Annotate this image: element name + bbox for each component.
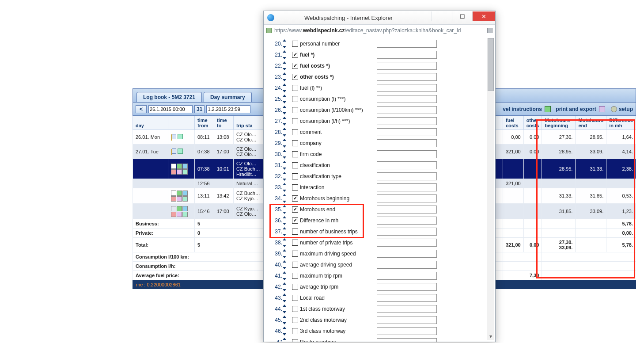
option-checkbox[interactable] <box>292 118 298 124</box>
reorder-arrows-icon[interactable] <box>282 238 288 247</box>
option-value-input[interactable] <box>377 283 437 291</box>
option-value-input[interactable] <box>377 161 437 169</box>
option-checkbox[interactable] <box>292 295 298 301</box>
option-checkbox[interactable] <box>292 206 298 213</box>
option-checkbox[interactable] <box>292 52 298 58</box>
option-value-input[interactable] <box>377 294 437 302</box>
reorder-arrows-icon[interactable] <box>282 183 288 192</box>
reorder-arrows-icon[interactable] <box>282 117 288 126</box>
option-value-input[interactable] <box>377 95 437 103</box>
option-value-input[interactable] <box>377 194 437 202</box>
minimize-button[interactable]: — <box>432 11 452 21</box>
option-value-input[interactable] <box>377 327 437 335</box>
reorder-arrows-icon[interactable] <box>282 271 288 280</box>
print-export-link[interactable]: print and export <box>556 106 596 112</box>
option-checkbox[interactable] <box>292 85 298 91</box>
option-value-input[interactable] <box>377 272 437 280</box>
calendar-button[interactable]: 31 <box>194 105 205 113</box>
reorder-arrows-icon[interactable] <box>282 282 288 291</box>
option-value-input[interactable] <box>377 206 437 213</box>
option-value-input[interactable] <box>377 305 437 313</box>
reorder-arrows-icon[interactable] <box>282 249 288 258</box>
reorder-arrows-icon[interactable] <box>282 172 288 181</box>
reorder-arrows-icon[interactable] <box>282 205 288 214</box>
option-checkbox[interactable] <box>292 63 298 69</box>
col-mh-end[interactable]: Motohours end <box>576 116 606 130</box>
option-checkbox[interactable] <box>292 328 298 334</box>
option-value-input[interactable] <box>377 51 437 59</box>
reorder-arrows-icon[interactable] <box>282 194 288 203</box>
window-titlebar[interactable]: Webdispatching - Internet Explorer — ☐ ✕ <box>264 11 495 25</box>
option-checkbox[interactable] <box>292 195 298 202</box>
reorder-arrows-icon[interactable] <box>282 84 288 92</box>
option-checkbox[interactable] <box>292 273 298 279</box>
scroll-thumb[interactable] <box>488 38 494 91</box>
option-value-input[interactable] <box>377 261 437 269</box>
option-value-input[interactable] <box>377 150 437 158</box>
scrollbar[interactable]: ▴ ▾ <box>487 38 494 340</box>
reorder-arrows-icon[interactable] <box>282 327 288 335</box>
reorder-arrows-icon[interactable] <box>282 50 288 59</box>
travel-instructions-link[interactable]: vel instructions <box>503 106 542 112</box>
reorder-arrows-icon[interactable] <box>282 293 288 302</box>
option-value-input[interactable] <box>377 338 437 342</box>
option-value-input[interactable] <box>377 239 437 247</box>
option-value-input[interactable] <box>377 117 437 125</box>
print-icon[interactable] <box>599 106 605 112</box>
option-checkbox[interactable] <box>292 173 298 179</box>
reorder-arrows-icon[interactable] <box>282 39 288 48</box>
option-value-input[interactable] <box>377 250 437 258</box>
maximize-button[interactable]: ☐ <box>452 11 472 21</box>
option-checkbox[interactable] <box>292 240 298 246</box>
option-checkbox[interactable] <box>292 151 298 157</box>
col-other-costs[interactable]: other costs <box>523 116 542 130</box>
option-checkbox[interactable] <box>292 74 298 80</box>
reorder-arrows-icon[interactable] <box>282 260 288 269</box>
reorder-arrows-icon[interactable] <box>282 227 288 236</box>
option-value-input[interactable] <box>377 106 437 114</box>
prev-button[interactable]: < <box>136 105 147 113</box>
option-value-input[interactable] <box>377 316 437 324</box>
option-checkbox[interactable] <box>292 217 298 224</box>
date-from-input[interactable] <box>148 105 193 113</box>
option-checkbox[interactable] <box>292 284 298 290</box>
option-value-input[interactable] <box>377 73 437 81</box>
option-value-input[interactable] <box>377 84 437 92</box>
option-value-input[interactable] <box>377 217 437 225</box>
doc-icon[interactable] <box>172 149 176 154</box>
option-value-input[interactable] <box>377 139 437 147</box>
reorder-arrows-icon[interactable] <box>282 61 288 70</box>
option-checkbox[interactable] <box>292 306 298 312</box>
option-checkbox[interactable] <box>292 339 298 342</box>
option-value-input[interactable] <box>377 128 437 136</box>
option-checkbox[interactable] <box>292 129 298 135</box>
col-day[interactable]: day <box>133 116 168 130</box>
address-bar[interactable]: https://www.webdispecink.cz/editace_nast… <box>264 25 495 36</box>
option-value-input[interactable] <box>377 62 437 70</box>
option-checkbox[interactable] <box>292 262 298 268</box>
reorder-arrows-icon[interactable] <box>282 150 288 159</box>
col-time-to[interactable]: time to <box>214 116 234 130</box>
option-value-input[interactable] <box>377 40 437 48</box>
col-diff-mh[interactable]: Difference in mh <box>606 116 636 130</box>
option-checkbox[interactable] <box>292 162 298 168</box>
option-checkbox[interactable] <box>292 229 298 235</box>
doc-icon[interactable] <box>172 134 176 139</box>
setup-link[interactable]: setup <box>619 106 633 112</box>
reorder-arrows-icon[interactable] <box>282 95 288 103</box>
arrow-icon[interactable] <box>178 134 183 139</box>
reorder-arrows-icon[interactable] <box>282 216 288 225</box>
col-mh-begin[interactable]: Motohours beginning <box>542 116 576 130</box>
reorder-arrows-icon[interactable] <box>282 338 288 342</box>
option-checkbox[interactable] <box>292 251 298 257</box>
col-fuel-costs[interactable]: fuel costs <box>503 116 523 130</box>
excel-icon[interactable] <box>545 106 551 112</box>
reorder-arrows-icon[interactable] <box>282 106 288 114</box>
option-checkbox[interactable] <box>292 107 298 113</box>
option-value-input[interactable] <box>377 172 437 180</box>
date-to-input[interactable] <box>206 105 250 113</box>
reorder-arrows-icon[interactable] <box>282 72 288 81</box>
option-checkbox[interactable] <box>292 140 298 146</box>
tab-day-summary[interactable]: Day summary <box>204 92 252 102</box>
col-time-from[interactable]: time from <box>195 116 214 130</box>
